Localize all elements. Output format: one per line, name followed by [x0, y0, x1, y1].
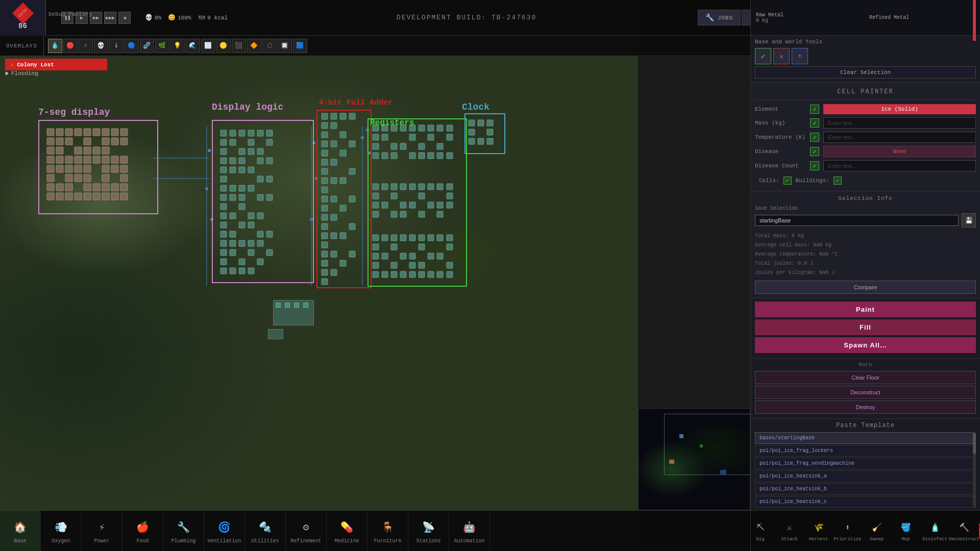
sweep-label: Sweep — [870, 537, 884, 542]
element-value[interactable]: Ice (Solid) — [823, 104, 976, 114]
tool-food[interactable]: 🍎 Food — [122, 511, 163, 552]
overlay-bio[interactable]: 🧬 — [140, 39, 154, 53]
skip-btn[interactable]: ◀ — [118, 12, 131, 24]
temperature-checkbox[interactable]: ✓ — [810, 133, 819, 142]
overlay-blank4[interactable]: 🔶 — [247, 39, 261, 53]
disease-count-input[interactable] — [823, 160, 976, 171]
overlay-nature[interactable]: 🌿 — [155, 39, 169, 53]
harvest-icon: 🌾 — [811, 520, 826, 535]
fill-btn[interactable]: Fill — [755, 319, 976, 335]
mass-input[interactable] — [823, 117, 976, 129]
faster-btn[interactable]: ▶▶▶ — [104, 12, 116, 24]
power-label: Power — [94, 538, 109, 544]
buildings-label: Buildings: — [796, 178, 829, 184]
deconstruct-btn[interactable]: Deconstruct — [755, 386, 976, 399]
flooding-dot — [5, 72, 8, 75]
overlays-label: OVERLAYS — [0, 36, 44, 56]
disease-value[interactable]: None — [823, 146, 976, 157]
action-harvest[interactable]: 🌾 Harvest — [804, 517, 832, 545]
overlay-o2[interactable]: 🔵 — [125, 39, 139, 53]
clear-selection-btn[interactable]: Raw Metal Clear Selection — [755, 66, 976, 79]
raw-metal-val: 0 Kg — [756, 18, 862, 23]
action-sweep[interactable]: 🧹 Sweep — [863, 517, 891, 545]
buildings-checkbox[interactable]: ✓ — [834, 177, 842, 185]
cells-checkbox[interactable]: ✓ — [783, 177, 792, 185]
overlay-fire[interactable]: 🔴 — [63, 39, 78, 53]
medicine-icon: 💊 — [338, 518, 356, 536]
build-title: DEVELOPMENT BUILD: TB-247630 — [235, 14, 698, 21]
cell-painter-title: CELL PAINTER — [755, 86, 976, 100]
tool-x-btn[interactable]: ✕ — [773, 48, 790, 64]
label-clock: Clock — [462, 102, 489, 112]
overlay-blank7[interactable]: 🟦 — [293, 39, 307, 53]
tool-oxygen[interactable]: 💨 Oxygen — [41, 511, 82, 552]
overlay-power[interactable]: ⚡ — [79, 39, 93, 53]
overlay-water[interactable]: 💧 — [48, 39, 62, 53]
tool-automation[interactable]: 🤖 Automation — [449, 511, 490, 552]
template-item-3[interactable]: poi/poi_ice_heatsink_a — [755, 470, 976, 482]
template-scroll-thumb[interactable] — [973, 433, 976, 454]
nav-jobs[interactable]: 🔧 JOBS — [698, 10, 741, 26]
stat-avg-temp: Average temperature: NaN °C — [755, 250, 976, 259]
action-disinfect[interactable]: 🧴 Disinfect — [921, 517, 949, 545]
save-input[interactable] — [755, 215, 959, 226]
overlay-blank1[interactable]: ⬜ — [201, 39, 215, 53]
action-deconstruct[interactable]: 🔨 Deconstruct — [950, 517, 978, 545]
overlay-flow[interactable]: 🌊 — [186, 39, 200, 53]
mop-label: Mop — [901, 537, 910, 542]
food-label: Food — [136, 538, 149, 544]
overlay-blank5[interactable]: ⬡ — [262, 39, 277, 53]
disinfect-label: Disinfect — [922, 537, 947, 542]
template-item-2[interactable]: poi/poi_ice_frag_vendingmachine — [755, 458, 976, 469]
stat-avg-cell-mass: Average cell mass: NaN Kg — [755, 241, 976, 250]
tool-furniture[interactable]: 🪑 Furniture — [368, 511, 408, 552]
paint-btn[interactable]: Paint — [755, 302, 976, 317]
element-checkbox[interactable]: ✓ — [810, 105, 819, 114]
template-item-4[interactable]: poi/poi_ice_heatsink_b — [755, 483, 976, 495]
mini-map[interactable] — [638, 408, 750, 510]
template-scrollbar[interactable] — [973, 432, 976, 508]
action-dig[interactable]: ⛏ Dig — [746, 517, 774, 545]
template-item-0[interactable]: bases/startingBase — [755, 432, 976, 444]
medicine-label: Medicine — [334, 538, 359, 544]
furniture-icon: 🪑 — [379, 518, 397, 536]
overlay-light[interactable]: 💡 — [170, 39, 185, 53]
colony-lost-text: Colony Lost — [17, 62, 54, 68]
attack-icon: ⚔ — [782, 520, 797, 535]
tool-stations[interactable]: 📡 Stations — [408, 511, 449, 552]
temperature-input[interactable] — [823, 132, 976, 143]
mass-checkbox[interactable]: ✓ — [810, 118, 819, 128]
disease-checkbox[interactable]: ✓ — [810, 147, 819, 156]
overlay-temp[interactable]: 🌡 — [109, 39, 124, 53]
tool-add-btn[interactable]: + — [792, 48, 808, 64]
tool-plumbing[interactable]: 🔧 Plumbing — [163, 511, 204, 552]
action-mop[interactable]: 🪣 Mop — [892, 517, 920, 545]
action-prioritize[interactable]: ⬆ Prioritize — [834, 517, 862, 545]
template-item-5[interactable]: poi/poi_ice_heatsink_c — [755, 496, 976, 508]
tool-utilities[interactable]: 🔩 Utilities — [245, 511, 286, 552]
overlay-disease[interactable]: 💀 — [94, 39, 108, 53]
base-world-tools-section: Base and World Tools ✓ ✕ + Raw Metal Cle… — [751, 36, 980, 82]
clear-floor-btn[interactable]: Clear Floor — [755, 371, 976, 384]
furniture-label: Furniture — [374, 538, 401, 544]
more-section: More Clear Floor Deconstruct Destroy — [751, 358, 980, 418]
save-disk-btn[interactable]: 💾 — [962, 213, 976, 228]
tool-refinement[interactable]: ⚙ Refinement — [286, 511, 327, 552]
overlay-blank2[interactable]: 🟡 — [216, 39, 231, 53]
disease-count-checkbox[interactable]: ✓ — [810, 161, 819, 170]
overlay-blank3[interactable]: ⬛ — [232, 39, 246, 53]
spawn-btn[interactable]: Spawn All... — [755, 337, 976, 353]
minimap-feature-2 — [700, 444, 703, 447]
tool-check-btn[interactable]: ✓ — [755, 48, 771, 64]
game-canvas[interactable]: ⚠ Colony Lost Flooding 7-seg display Dis… — [0, 0, 638, 551]
tool-power[interactable]: ⚡ Power — [82, 511, 122, 552]
overlay-blank6[interactable]: 🔲 — [278, 39, 292, 53]
tool-base[interactable]: 🏠 Base — [0, 511, 41, 552]
tool-medicine[interactable]: 💊 Medicine — [327, 511, 368, 552]
compare-btn[interactable]: Compare — [755, 281, 976, 294]
destroy-btn[interactable]: Destroy — [755, 400, 976, 414]
action-attack[interactable]: ⚔ Attack — [775, 517, 803, 545]
tool-ventilation[interactable]: 🌀 Ventilation — [204, 511, 245, 552]
cells-buildings-row: Cells: ✓ Buildings: ✓ — [755, 174, 976, 187]
template-item-1[interactable]: poi/poi_ice_frag_lockers — [755, 445, 976, 457]
